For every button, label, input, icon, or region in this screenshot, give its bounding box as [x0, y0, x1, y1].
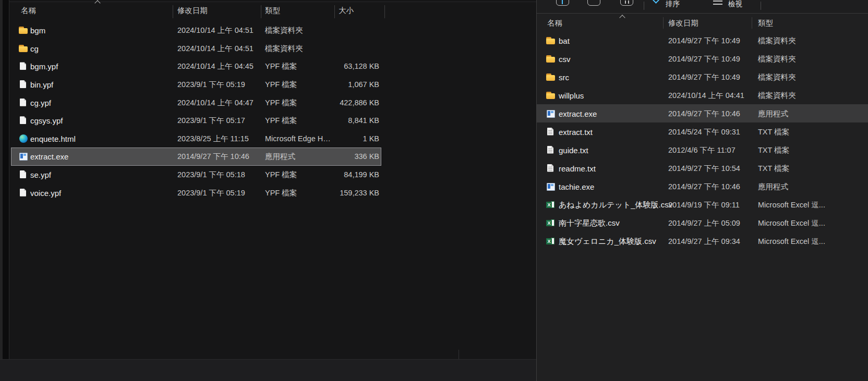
- date-modified: 2023/8/25 上午 11:15: [177, 133, 249, 143]
- column-header-size[interactable]: 大小: [339, 6, 354, 16]
- file-name: voice.ypf: [30, 188, 61, 197]
- date-modified: 2014/5/24 下午 09:31: [668, 127, 740, 137]
- column-divider[interactable]: [663, 17, 664, 29]
- toolbar-divider: [761, 2, 761, 10]
- file-name: csv: [559, 54, 571, 63]
- file-row[interactable]: extract.exe2014/9/27 下午 10:46應用程式: [537, 104, 868, 122]
- column-header-type[interactable]: 類型: [758, 18, 773, 28]
- column-header-name[interactable]: 名稱: [547, 18, 562, 28]
- file-name: extract.txt: [559, 127, 593, 136]
- file-row[interactable]: enquete.html2023/8/25 上午 11:15Microsoft …: [0, 130, 536, 148]
- file-row[interactable]: X南十字星恋歌.csv2014/9/27 上午 05:09Microsoft E…: [537, 214, 868, 232]
- file-list: bat2014/9/27 下午 10:49檔案資料夾csv2014/9/27 下…: [537, 31, 868, 250]
- file-type: 檔案資料夾: [758, 35, 796, 45]
- date-modified: 2014/9/27 下午 10:49: [668, 54, 740, 64]
- file-name: cg.ypf: [30, 98, 51, 107]
- folder-icon: [19, 26, 28, 34]
- file-icon: [19, 62, 28, 70]
- file-size: 1 KB: [261, 134, 379, 143]
- view-icon: [713, 0, 722, 5]
- file-row[interactable]: Xあねよめカルテット_体験版.csv2014/9/19 下午 09:11Micr…: [537, 195, 868, 214]
- file-row[interactable]: readme.txt2014/9/27 下午 10:54TXT 檔案: [537, 159, 868, 177]
- file-icon: [19, 99, 28, 107]
- column-divider[interactable]: [384, 5, 385, 18]
- file-type: TXT 檔案: [758, 163, 789, 173]
- file-row[interactable]: willplus2024/10/14 上午 04:41檔案資料夾: [537, 86, 868, 104]
- column-divider[interactable]: [752, 17, 752, 29]
- file-row[interactable]: src2014/9/27 下午 10:49檔案資料夾: [537, 68, 868, 86]
- sort-button-label: 排序: [666, 0, 680, 9]
- date-modified: 2024/10/14 上午 04:47: [177, 97, 254, 107]
- file-type: 檔案資料夾: [758, 90, 796, 100]
- rename-icon: [556, 0, 569, 6]
- file-row[interactable]: cg2024/10/14 上午 04:51檔案資料夾: [0, 40, 536, 58]
- file-type: 檔案資料夾: [758, 54, 796, 64]
- file-size: 1,067 KB: [261, 80, 379, 89]
- file-name: 南十字星恋歌.csv: [559, 218, 620, 228]
- file-size: 159,233 KB: [261, 189, 379, 197]
- file-row[interactable]: bin.ypf2023/9/1 下午 05:19YPF 檔案1,067 KB: [0, 76, 536, 94]
- file-type: 檔案資料夾: [265, 26, 303, 35]
- file-name: extract.exe: [559, 109, 597, 118]
- column-header-row: 名稱 修改日期 類型: [537, 13, 868, 31]
- file-name: cgsys.ypf: [30, 116, 63, 125]
- file-row[interactable]: se.ypf2023/9/1 下午 05:18YPF 檔案84,199 KB: [0, 166, 536, 184]
- file-row[interactable]: bgm.ypf2024/10/14 上午 04:45YPF 檔案63,128 K…: [0, 57, 536, 76]
- file-type: 檔案資料夾: [265, 43, 303, 53]
- file-row[interactable]: cgsys.ypf2023/9/1 下午 05:17YPF 檔案8,841 KB: [0, 112, 536, 130]
- column-divider[interactable]: [334, 5, 335, 18]
- file-size: 8,841 KB: [261, 116, 379, 125]
- date-modified: 2023/9/1 下午 05:19: [177, 80, 245, 90]
- file-name: willplus: [559, 91, 584, 100]
- file-row[interactable]: extract.exe2014/9/27 下午 10:46應用程式336 KB: [0, 148, 536, 166]
- folder-icon: [546, 73, 556, 81]
- folder-icon: [546, 91, 556, 100]
- view-button-label: 檢視: [728, 0, 742, 9]
- file-name: bin.ypf: [30, 80, 53, 89]
- date-modified: 2024/10/14 上午 04:51: [177, 43, 254, 53]
- column-divider[interactable]: [261, 5, 261, 18]
- column-header-date[interactable]: 修改日期: [177, 6, 208, 16]
- file-size: 63,128 KB: [261, 62, 379, 70]
- file-name: tachie.exe: [559, 182, 594, 191]
- column-divider[interactable]: [173, 5, 173, 18]
- trash-icon: [620, 0, 633, 6]
- file-row[interactable]: cg.ypf2024/10/14 上午 04:47YPF 檔案422,886 K…: [0, 93, 536, 112]
- file-row[interactable]: extract.txt2014/5/24 下午 09:31TXT 檔案: [537, 122, 868, 141]
- file-row[interactable]: X魔女ヴェロニカ_体験版.csv2014/9/27 上午 09:34Micros…: [537, 232, 868, 250]
- file-row[interactable]: bat2014/9/27 下午 10:49檔案資料夾: [537, 31, 868, 50]
- excel-icon: X: [546, 201, 556, 209]
- file-row[interactable]: voice.ypf2023/9/1 下午 05:19YPF 檔案159,233 …: [0, 183, 536, 202]
- exe-icon: [546, 109, 556, 118]
- exe-icon: [19, 152, 28, 161]
- file-row[interactable]: tachie.exe2014/9/27 下午 10:46應用程式: [537, 177, 868, 195]
- file-name: bgm: [30, 26, 45, 35]
- date-modified: 2014/9/27 下午 10:49: [668, 72, 740, 82]
- file-row[interactable]: bgm2024/10/14 上午 04:51檔案資料夾: [0, 21, 536, 40]
- file-type: 檔案資料夾: [758, 72, 796, 82]
- column-header-name[interactable]: 名稱: [21, 6, 36, 16]
- file-name: readme.txt: [559, 164, 596, 173]
- view-button[interactable]: 檢視: [713, 0, 755, 13]
- file-name: bat: [559, 36, 570, 45]
- column-header-type[interactable]: 類型: [265, 6, 280, 16]
- date-modified: 2023/9/1 下午 05:19: [177, 188, 245, 198]
- column-header-row: 名稱 修改日期 類型 大小: [0, 3, 536, 19]
- date-modified: 2014/9/27 下午 10:46: [668, 181, 740, 191]
- file-row[interactable]: guide.txt2012/4/6 下午 11:07TXT 檔案: [537, 141, 868, 159]
- file-explorer-window-left: 名稱 修改日期 類型 大小 bgm2024/10/14 上午 04:51檔案資料…: [0, 0, 536, 381]
- column-header-date[interactable]: 修改日期: [668, 18, 698, 28]
- share-icon: [587, 0, 600, 6]
- file-list: bgm2024/10/14 上午 04:51檔案資料夾cg2024/10/14 …: [0, 21, 536, 202]
- file-icon: [19, 189, 28, 197]
- file-explorer-window-right: 排序 檢視 名稱 修改日期 類型 bat2014/9/27 下午 10:49檔案…: [536, 0, 868, 381]
- sort-button[interactable]: 排序: [653, 0, 694, 13]
- folder-icon: [19, 44, 28, 53]
- file-size: 84,199 KB: [261, 170, 379, 179]
- file-row[interactable]: csv2014/9/27 下午 10:49檔案資料夾: [537, 50, 868, 68]
- file-type: Microsoft Excel 逗...: [758, 218, 825, 228]
- file-name: extract.exe: [30, 152, 68, 161]
- file-type: Microsoft Excel 逗...: [758, 236, 825, 246]
- file-name: se.ypf: [30, 170, 51, 179]
- window-bottom-band: [0, 359, 536, 381]
